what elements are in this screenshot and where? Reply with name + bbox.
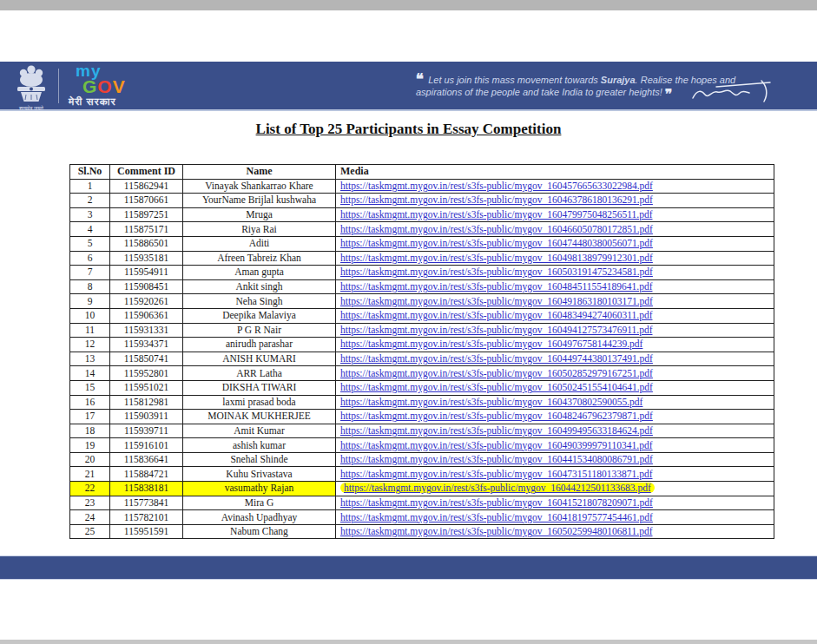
cell-slno: 3: [70, 207, 110, 222]
media-link[interactable]: https://taskmgmt.mygov.in/rest/s3fs-publ…: [340, 325, 652, 335]
media-link[interactable]: https://taskmgmt.mygov.in/rest/s3fs-publ…: [340, 310, 652, 320]
cell-slno: 19: [70, 438, 110, 453]
participant-name: Mruga: [246, 209, 273, 220]
table-row: 16 115812981 laxmi prasad boda https://t…: [70, 395, 774, 410]
logo-g-letter: G: [82, 76, 97, 96]
table-row: 10 115906361 Deepika Malaviya https://ta…: [70, 308, 774, 323]
cell-name: ANISH KUMARI: [183, 352, 336, 366]
cell-name: DIKSHA TIWARI: [183, 380, 336, 395]
participant-name: anirudh parashar: [226, 338, 293, 349]
ashoka-lion-capital-icon: [12, 63, 50, 102]
cell-comment-id: 115916101: [110, 438, 183, 453]
pm-signature-icon: [690, 79, 777, 108]
viewer-bottom-edge: [0, 640, 817, 644]
cell-name: Ankit singh: [183, 279, 336, 294]
cell-comment-id: 115903911: [110, 410, 183, 424]
cell-media: https://taskmgmt.mygov.in/rest/s3fs-publ…: [336, 496, 774, 510]
media-link[interactable]: https://taskmgmt.mygov.in/rest/s3fs-publ…: [340, 440, 652, 450]
media-link[interactable]: https://taskmgmt.mygov.in/rest/s3fs-publ…: [340, 382, 653, 392]
media-link[interactable]: https://taskmgmt.mygov.in/rest/s3fs-publ…: [340, 296, 653, 306]
page-title: List of Top 25 Participants in Essay Com…: [0, 121, 817, 138]
cell-media: https://taskmgmt.mygov.in/rest/s3fs-publ…: [336, 222, 774, 237]
table-row: 23 115773841 Mira G https://taskmgmt.myg…: [70, 496, 774, 510]
media-link[interactable]: https://taskmgmt.mygov.in/rest/s3fs-publ…: [340, 209, 652, 220]
mygov-logo: my GOV मेरी सरकार: [69, 64, 126, 108]
participant-name: Snehal Shinde: [230, 454, 287, 464]
cell-media: https://taskmgmt.mygov.in/rest/s3fs-publ…: [336, 524, 774, 539]
cell-slno: 14: [70, 366, 110, 381]
participant-name: Aditi: [249, 238, 270, 248]
media-link[interactable]: https://taskmgmt.mygov.in/rest/s3fs-publ…: [340, 224, 653, 234]
media-link[interactable]: https://taskmgmt.mygov.in/rest/s3fs-publ…: [340, 526, 652, 536]
document-page: सत्यमेव जयते my GOV मेरी सरकार ❝Let us j…: [0, 0, 817, 644]
cell-media: https://taskmgmt.mygov.in/rest/s3fs-publ…: [336, 510, 774, 525]
cell-media: https://taskmgmt.mygov.in/rest/s3fs-publ…: [336, 352, 774, 366]
cell-name: Kuhu Srivastava: [183, 467, 336, 482]
media-link[interactable]: https://taskmgmt.mygov.in/rest/s3fs-publ…: [340, 353, 653, 364]
participant-name: ANISH KUMARI: [222, 353, 296, 364]
cell-slno: 13: [70, 352, 110, 366]
cell-media: https://taskmgmt.mygov.in/rest/s3fs-publ…: [336, 438, 774, 453]
cell-slno: 1: [70, 179, 110, 194]
cell-comment-id: 115920261: [110, 294, 183, 309]
cell-slno: 7: [70, 266, 110, 280]
banner-divider: [58, 69, 59, 103]
quote-text-pre: Let us join this mass movement towards: [428, 75, 601, 85]
table-row: 9 115920261 Neha Singh https://taskmgmt.…: [70, 294, 774, 309]
cell-media: https://taskmgmt.mygov.in/rest/s3fs-publ…: [336, 424, 774, 438]
media-link[interactable]: https://taskmgmt.mygov.in/rest/s3fs-publ…: [340, 338, 642, 349]
quote-text-bold: Surajya: [601, 75, 636, 85]
cell-comment-id: 115951021: [110, 380, 183, 395]
media-link[interactable]: https://taskmgmt.mygov.in/rest/s3fs-publ…: [340, 266, 653, 277]
cell-media: https://taskmgmt.mygov.in/rest/s3fs-publ…: [336, 236, 774, 251]
close-quote-icon: ❞: [665, 87, 673, 102]
cell-name: laxmi prasad boda: [183, 395, 336, 410]
cell-name: Riya Rai: [183, 222, 336, 237]
participant-name: Vinayak Shankarrao Khare: [205, 181, 313, 191]
cell-name: Aman gupta: [183, 266, 336, 280]
cell-media: https://taskmgmt.mygov.in/rest/s3fs-publ…: [336, 410, 774, 424]
participant-name: ARR Latha: [236, 368, 282, 378]
media-link[interactable]: https://taskmgmt.mygov.in/rest/s3fs-publ…: [340, 181, 653, 191]
media-link[interactable]: https://taskmgmt.mygov.in/rest/s3fs-publ…: [340, 512, 653, 522]
media-link[interactable]: https://taskmgmt.mygov.in/rest/s3fs-publ…: [340, 454, 653, 464]
cell-comment-id: 115897251: [110, 207, 183, 222]
cell-media: https://taskmgmt.mygov.in/rest/s3fs-publ…: [336, 323, 774, 338]
cell-media: https://taskmgmt.mygov.in/rest/s3fs-publ…: [336, 279, 774, 294]
cell-slno: 23: [70, 496, 110, 510]
cell-comment-id: 115935181: [110, 251, 183, 266]
cell-comment-id: 115939711: [110, 424, 183, 438]
media-link[interactable]: https://taskmgmt.mygov.in/rest/s3fs-publ…: [340, 397, 642, 407]
media-link[interactable]: https://taskmgmt.mygov.in/rest/s3fs-publ…: [340, 425, 653, 436]
cell-name: Mira G: [183, 496, 336, 510]
table-row: 18 115939711 Amit Kumar https://taskmgmt…: [70, 424, 774, 438]
media-link[interactable]: https://taskmgmt.mygov.in/rest/s3fs-publ…: [340, 483, 655, 493]
cell-slno: 16: [70, 395, 110, 410]
cell-comment-id: 115951591: [110, 524, 183, 539]
logo-hindi-tagline: मेरी सरकार: [69, 95, 126, 108]
cell-slno: 24: [70, 510, 110, 525]
cell-slno: 25: [70, 524, 110, 539]
media-link[interactable]: https://taskmgmt.mygov.in/rest/s3fs-publ…: [340, 281, 652, 292]
table-row: 3 115897251 Mruga https://taskmgmt.mygov…: [70, 207, 774, 222]
cell-media: https://taskmgmt.mygov.in/rest/s3fs-publ…: [336, 194, 774, 208]
cell-media: https://taskmgmt.mygov.in/rest/s3fs-publ…: [336, 266, 774, 280]
media-link[interactable]: https://taskmgmt.mygov.in/rest/s3fs-publ…: [340, 368, 653, 378]
header-comment-id: Comment ID: [110, 165, 183, 180]
cell-name: Aditi: [183, 236, 336, 251]
cell-media: https://taskmgmt.mygov.in/rest/s3fs-publ…: [336, 482, 774, 496]
cell-media: https://taskmgmt.mygov.in/rest/s3fs-publ…: [336, 380, 774, 395]
table-body: 1 115862941 Vinayak Shankarrao Khare htt…: [70, 179, 774, 539]
participant-name: Avinash Upadhyay: [221, 512, 298, 522]
media-link[interactable]: https://taskmgmt.mygov.in/rest/s3fs-publ…: [340, 238, 653, 248]
media-link[interactable]: https://taskmgmt.mygov.in/rest/s3fs-publ…: [340, 194, 653, 205]
table-row: 17 115903911 MOINAK MUKHERJEE https://ta…: [70, 410, 774, 424]
media-link[interactable]: https://taskmgmt.mygov.in/rest/s3fs-publ…: [340, 253, 653, 263]
table-row: 5 115886501 Aditi https://taskmgmt.mygov…: [70, 236, 774, 251]
participant-name: Nabum Chang: [230, 526, 288, 536]
cell-media: https://taskmgmt.mygov.in/rest/s3fs-publ…: [336, 338, 774, 352]
cell-name: YourName Brijlal kushwaha: [183, 194, 336, 208]
media-link[interactable]: https://taskmgmt.mygov.in/rest/s3fs-publ…: [340, 497, 653, 508]
media-link[interactable]: https://taskmgmt.mygov.in/rest/s3fs-publ…: [340, 469, 652, 479]
media-link[interactable]: https://taskmgmt.mygov.in/rest/s3fs-publ…: [340, 411, 653, 421]
